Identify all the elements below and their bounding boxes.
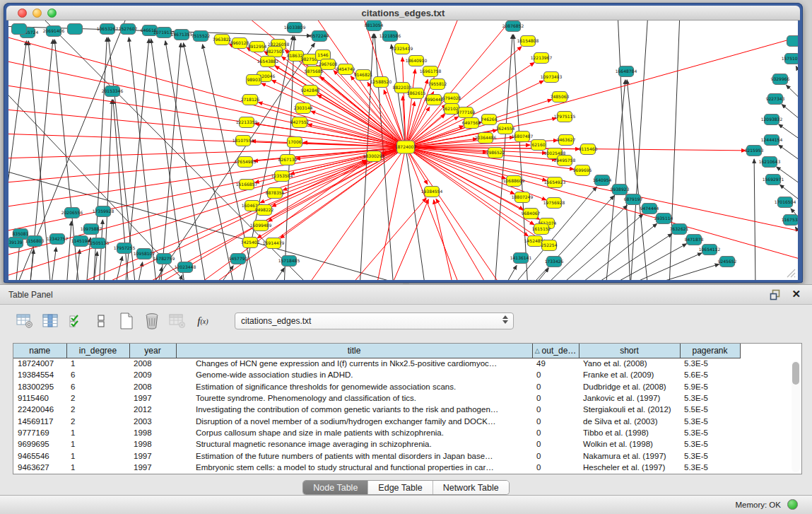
citation-edge[interactable] (8, 84, 192, 280)
table-row[interactable]: 911546021997Tourette syndrome. Phenomeno… (13, 392, 740, 404)
citation-edge-red[interactable] (406, 35, 798, 147)
column-header-pagerank[interactable]: pagerank (680, 344, 740, 358)
graph-node[interactable]: 12353584 (271, 171, 293, 182)
citation-edge[interactable] (754, 159, 755, 280)
table-scrollbar-thumb[interactable] (792, 362, 799, 385)
citation-edge-red[interactable] (8, 109, 406, 147)
graph-node[interactable]: 12213359 (236, 117, 258, 128)
graph-node[interactable]: 12093832 (761, 115, 783, 125)
graph-node[interactable]: 15751074 (782, 54, 798, 64)
citation-edge-red[interactable] (317, 95, 406, 147)
function-builder-icon[interactable]: f(x) (194, 312, 212, 330)
citation-edge[interactable] (618, 21, 630, 280)
graph-node[interactable]: 18724007 (395, 141, 417, 153)
graph-node[interactable]: 16648784 (616, 66, 637, 77)
table-row[interactable]: 977716911998Corpus callosum shape and si… (13, 427, 740, 438)
citation-edge[interactable] (787, 85, 798, 105)
graph-node[interactable]: 6497568 (462, 118, 481, 129)
graph-node[interactable]: 12213967 (531, 53, 553, 64)
graph-node[interactable]: 9474444 (640, 204, 659, 214)
graph-node[interactable]: 15654923 (544, 177, 566, 188)
network-window-titlebar[interactable]: citations_edges.txt (6, 6, 800, 21)
citation-edge[interactable] (630, 21, 648, 280)
graph-node[interactable]: 7515522 (192, 31, 211, 42)
graph-node[interactable] (787, 36, 799, 47)
graph-node[interactable]: 18640910 (406, 56, 428, 66)
graph-node[interactable]: 16807487 (512, 132, 534, 142)
citation-edge[interactable] (795, 227, 798, 245)
citation-edge[interactable] (217, 266, 233, 280)
graph-node[interactable]: 9227343 (766, 94, 785, 105)
column-header-in_degree[interactable]: in_degree (66, 344, 129, 358)
graph-node[interactable]: 7425402 (241, 238, 260, 248)
citation-edge[interactable] (160, 43, 181, 280)
citation-edge[interactable] (503, 265, 517, 280)
graph-node[interactable]: 12342757 (47, 234, 69, 245)
citation-edge[interactable] (779, 145, 798, 165)
citation-edge[interactable] (270, 268, 284, 280)
graph-node[interactable]: 8878354 (266, 188, 285, 199)
close-panel-icon[interactable]: ✕ (792, 288, 801, 300)
graph-node[interactable]: 20876852 (502, 21, 524, 32)
graph-node[interactable]: 39139 (8, 238, 23, 248)
graph-node[interactable]: 6879197 (624, 194, 643, 205)
citation-edge-red[interactable] (406, 147, 798, 261)
graph-node[interactable]: 2303144 (294, 103, 313, 114)
graph-node[interactable]: 8960128 (230, 38, 249, 49)
table-row[interactable]: 1872400712008Changes of HCN gene express… (13, 358, 740, 369)
table-row[interactable]: 1456911722003Disruption of a novel membe… (13, 415, 740, 426)
graph-node[interactable]: 16154808 (517, 36, 539, 47)
graph-node[interactable]: 9457791 (229, 254, 248, 264)
citation-edge[interactable] (556, 214, 643, 280)
graph-node[interactable]: 8267130 (278, 155, 298, 165)
graph-node[interactable]: 1615152 (532, 224, 551, 235)
table-row[interactable]: 946362711997Embryonic stem cells: a mode… (13, 462, 740, 473)
graph-node[interactable]: 16782759 (153, 254, 175, 264)
table-row[interactable]: 2242004622012Investigating the contribut… (13, 404, 740, 415)
column-header-title[interactable]: title (176, 344, 532, 358)
graph-node[interactable]: 8471878 (685, 235, 704, 245)
graph-node[interactable]: 10654112 (699, 245, 721, 255)
column-header-out_de[interactable]: △out_de… (532, 344, 579, 358)
graph-node[interactable]: 98903 (247, 75, 261, 86)
graph-node[interactable]: 7986522 (486, 148, 505, 158)
graph-node[interactable]: 7955812 (428, 79, 447, 90)
graph-node[interactable]: 9498222 (255, 205, 274, 216)
citation-edge[interactable] (588, 234, 672, 280)
graph-node[interactable]: 19756928 (543, 198, 565, 209)
graph-node[interactable]: 3624554 (496, 124, 515, 134)
graph-node[interactable]: 8938923 (611, 185, 630, 195)
citation-edge-red[interactable] (436, 199, 489, 280)
graph-node[interactable]: 20153346 (102, 86, 124, 97)
column-header-name[interactable]: name (13, 344, 66, 358)
graph-node[interactable]: 9242848 (301, 86, 320, 96)
graph-node[interactable]: 16033809 (284, 23, 306, 33)
citation-edge[interactable] (796, 66, 798, 88)
graph-node[interactable]: 10958107 (134, 249, 155, 259)
tab-network-table[interactable]: Network Table (433, 481, 509, 494)
column-header-year[interactable]: year (129, 344, 176, 358)
table-row[interactable]: 969969511998Structural magnetic resonanc… (13, 438, 740, 450)
graph-node[interactable]: 12218586 (379, 31, 401, 42)
graph-node[interactable]: 7963822 (213, 35, 232, 45)
graph-node[interactable]: 20206556 (61, 208, 83, 218)
graph-node[interactable]: 20364486 (475, 133, 497, 144)
graph-node[interactable]: 14136141 (510, 253, 532, 264)
citation-edge[interactable] (51, 247, 56, 280)
graph-node[interactable]: 5875685 (305, 66, 324, 77)
graph-node[interactable]: 9463627 (557, 135, 576, 146)
graph-node[interactable]: 9684067 (522, 209, 541, 219)
memory-status-indicator[interactable] (787, 499, 798, 510)
graph-node[interactable]: 1527607 (119, 24, 138, 35)
graph-node[interactable]: 17359928 (93, 206, 114, 217)
citation-edge[interactable] (637, 264, 719, 280)
table-selector-dropdown[interactable]: citations_edges.txt (235, 313, 514, 329)
citation-edge[interactable] (66, 221, 71, 280)
graph-node[interactable]: 7632621 (670, 224, 689, 235)
graph-node[interactable]: 8215953 (745, 146, 764, 156)
graph-node[interactable]: 8990448 (425, 95, 444, 105)
graph-node[interactable]: 17016504 (775, 197, 796, 208)
network-canvas[interactable]: 1872400779638228960128891295423226058982… (8, 21, 798, 280)
table-row[interactable]: 1938455462009Genome-wide association stu… (13, 369, 740, 380)
graph-node[interactable]: 8912954 (248, 42, 267, 52)
